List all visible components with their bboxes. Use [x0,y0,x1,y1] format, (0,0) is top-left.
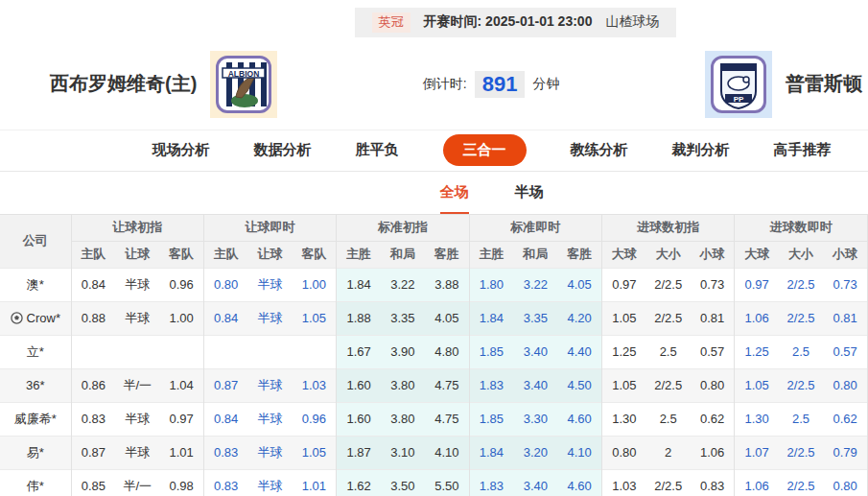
countdown: 倒计时: 891 分钟 [277,71,705,98]
sub-column-header: 和局 [381,241,425,268]
company-name: 易* [0,436,71,469]
odds-cell: 半球 [115,436,159,469]
odds-cell: 1.00 [159,301,203,335]
odds-cell: 0.87 [203,368,247,402]
odds-cell [71,335,115,368]
odds-cell: 3.10 [381,436,425,469]
odds-cell: 4.40 [557,335,601,368]
sub-column-header: 大小 [779,241,823,268]
odds-cell: 1.60 [337,368,381,402]
odds-cell: 4.60 [557,469,601,496]
odds-cell: 4.20 [557,301,601,335]
nav-tab[interactable]: 数据分析 [254,141,312,159]
odds-cell [203,335,247,368]
odds-cell: 1.60 [337,402,381,436]
group-header: 让球初指 [71,214,203,241]
odds-cell: 1.80 [469,268,513,301]
odds-cell: 0.57 [823,335,867,368]
nav-tab[interactable]: 胜平负 [356,141,399,159]
match-info-row: 英冠 开赛时间: 2025-01-01 23:00 山楂球场 [0,0,868,37]
odds-cell: 0.83 [71,402,115,436]
odds-cell: 0.62 [823,402,867,436]
odds-cell: 0.81 [691,301,735,335]
odds-cell: 1.05 [602,301,646,335]
odds-cell: 0.83 [691,469,735,496]
odds-cell: 0.79 [823,436,867,469]
odds-cell: 3.22 [381,268,425,301]
match-odds-page: 英冠 开赛时间: 2025-01-01 23:00 山楂球场 西布罗姆维奇(主) [0,0,868,496]
sub-column-header: 让球 [248,241,293,268]
odds-cell: 1.07 [735,436,779,469]
odds-cell: 2/2.5 [646,368,691,402]
odds-cell: 0.57 [691,335,735,368]
company-name: 立* [0,335,71,368]
odds-cell: 1.06 [735,301,779,335]
odds-cell: 1.87 [337,436,381,469]
kickoff-time: 开赛时间: 2025-01-01 23:00 [424,13,593,31]
odds-cell [115,335,159,368]
odds-cell: 0.81 [823,301,867,335]
odds-cell: 3.80 [381,368,425,402]
sub-column-header: 和局 [513,241,557,268]
odds-cell: 2.5 [779,335,823,368]
odds-cell: 3.40 [513,368,557,402]
odds-cell: 0.88 [71,301,115,335]
odds-cell [293,335,337,368]
odds-cell: 1.05 [293,436,337,469]
nav-tab[interactable]: 三合一 [443,134,527,166]
odds-cell: 0.80 [823,368,867,402]
match-info-strip: 英冠 开赛时间: 2025-01-01 23:00 山楂球场 [355,8,677,37]
odds-cell: 4.10 [557,436,601,469]
nav-bar: 现场分析数据分析胜平负三合一教练分析裁判分析高手推荐 [0,130,868,172]
odds-cell: 0.80 [602,436,646,469]
odds-cell: 4.05 [425,301,469,335]
odds-cell: 0.80 [823,469,867,496]
odds-cell: 3.22 [513,268,557,301]
nav-tab[interactable]: 教练分析 [571,141,628,159]
odds-cell: 0.97 [602,268,646,301]
odds-cell: 1.05 [293,301,337,335]
odds-cell: 3.88 [425,268,469,301]
nav-tab[interactable]: 高手推荐 [774,141,832,159]
sub-column-header: 客队 [293,241,337,268]
odds-cell: 2/2.5 [779,301,823,335]
odds-cell: 1.85 [469,335,513,368]
home-crest-icon: ALBION [219,59,269,110]
odds-cell: 2.5 [646,402,691,436]
company-name: Crow* [0,301,71,335]
odds-cell: 1.85 [469,402,513,436]
odds-cell: 1.04 [159,368,203,402]
odds-cell: 0.84 [203,301,247,335]
nav-tab[interactable]: 裁判分析 [672,141,730,159]
odds-cell: 1.00 [293,268,337,301]
countdown-label: 倒计时: [423,76,467,93]
odds-cell: 2.5 [646,335,691,368]
odds-cell: 4.80 [425,335,469,368]
sub-column-header: 小球 [691,241,735,268]
company-name: 威廉希* [0,402,71,436]
odds-cell: 半/一 [115,368,159,402]
group-header: 进球数初指 [602,214,735,241]
odds-cell: 1.06 [691,436,735,469]
sub-column-header: 客胜 [557,241,601,268]
odds-row: 伟*0.85半/一0.980.83半球1.011.623.505.501.833… [0,469,868,496]
home-team: 西布罗姆维奇(主) ALBION [50,51,277,118]
subtab-row: 全场半场 [115,172,868,214]
group-header: 标准即时 [469,214,601,241]
league-badge: 英冠 [372,12,411,33]
odds-cell: 3.50 [381,469,425,496]
nav-tab[interactable]: 现场分析 [152,141,210,159]
odds-cell [159,335,203,368]
odds-cell: 2/2.5 [646,469,691,496]
company-name: 伟* [0,469,71,496]
odds-cell: 2/2.5 [646,268,691,301]
sub-column-header: 主胜 [337,241,381,268]
odds-cell: 半球 [115,402,159,436]
odds-cell: 1.67 [337,335,381,368]
ball-icon [11,312,23,324]
odds-cell: 半/一 [115,469,159,496]
subtab[interactable]: 全场 [440,183,469,214]
odds-cell: 4.05 [557,268,601,301]
subtab[interactable]: 半场 [515,183,544,214]
odds-cell: 3.40 [513,335,557,368]
